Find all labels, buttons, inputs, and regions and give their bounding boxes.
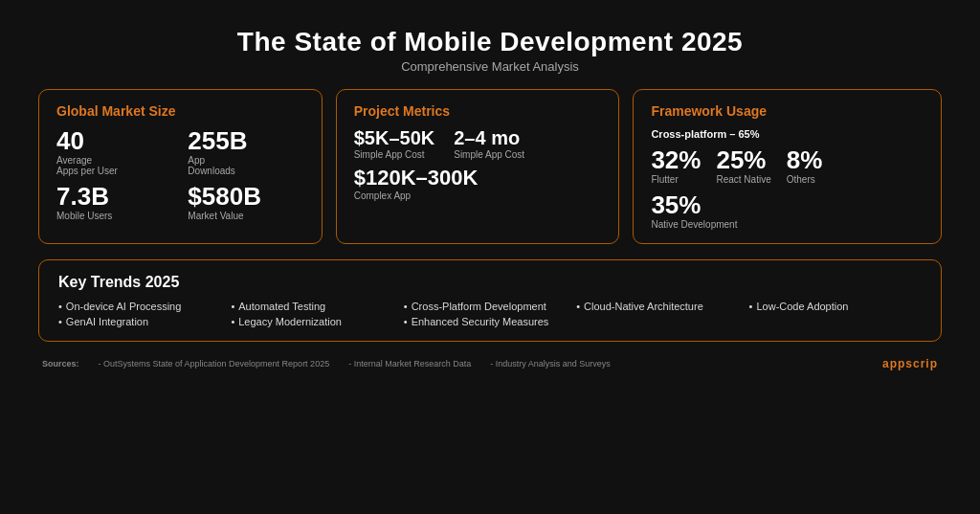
- proj-simple-cost: $5K–50K Simple App Cost: [354, 128, 435, 160]
- source-2: - Internal Market Research Data: [348, 359, 471, 369]
- framework-card: Framework Usage Cross-platform – 65% 32%…: [633, 89, 942, 244]
- trend-legacy: • Legacy Modernization: [231, 316, 403, 327]
- fw-react-native-big: 25%: [716, 147, 770, 172]
- metric-downloads-label: AppDownloads: [188, 155, 303, 176]
- market-grid: 40 AverageApps per User 255B AppDownload…: [56, 128, 304, 221]
- trend-dot-2: •: [231, 301, 234, 312]
- trend-dot-4: •: [576, 301, 580, 312]
- trend-automated-testing: • Automated Testing: [231, 301, 403, 312]
- page-wrapper: The State of Mobile Development 2025 Com…: [0, 0, 980, 514]
- trend-low-code: • Low-Code Adoption: [749, 301, 922, 312]
- fw-others: 8% Others: [787, 147, 823, 185]
- metric-users-label: Mobile Users: [56, 211, 172, 221]
- market-card-title: Global Market Size: [56, 103, 304, 119]
- trend-label-2: Automated Testing: [238, 301, 325, 312]
- brand: appscrip: [882, 357, 938, 370]
- brand-accent: scrip: [905, 357, 938, 370]
- project-simple-row: $5K–50K Simple App Cost 2–4 mo Simple Ap…: [354, 128, 602, 160]
- top-cards: Global Market Size 40 AverageApps per Us…: [38, 89, 942, 244]
- trend-label-4: Cloud-Native Architecture: [584, 301, 703, 312]
- trend-cloud-native: • Cloud-Native Architecture: [576, 301, 748, 312]
- trend-dot-8: •: [404, 316, 408, 327]
- trend-dot-6: •: [58, 316, 62, 327]
- sources-label: Sources:: [42, 359, 79, 369]
- trend-label-6: GenAI Integration: [66, 316, 148, 327]
- proj-simple-time: 2–4 mo Simple App Cost: [454, 128, 524, 160]
- trend-label-1: On-device AI Processing: [66, 301, 181, 312]
- trend-dot-5: •: [749, 301, 753, 312]
- project-card-title: Project Metrics: [354, 103, 602, 119]
- trend-on-device-ai: • On-device AI Processing: [58, 301, 231, 312]
- framework-cross-platform: Cross-platform – 65%: [651, 128, 924, 140]
- metric-value-label: Market Value: [188, 211, 303, 221]
- fw-native: 35% Native Development: [651, 192, 924, 230]
- page-title: The State of Mobile Development 2025: [38, 27, 942, 57]
- market-card: Global Market Size 40 AverageApps per Us…: [38, 89, 323, 244]
- proj-complex-cost: $120K–300K Complex App: [354, 168, 602, 201]
- proj-simple-time-big: 2–4 mo: [454, 128, 524, 147]
- fw-others-big: 8%: [787, 147, 823, 172]
- trend-label-8: Enhanced Security Measures: [412, 316, 549, 327]
- trend-dot-1: •: [58, 301, 62, 312]
- project-card: Project Metrics $5K–50K Simple App Cost …: [336, 89, 620, 244]
- metric-downloads: 255B AppDownloads: [188, 128, 303, 176]
- header: The State of Mobile Development 2025 Com…: [38, 27, 942, 74]
- fw-others-label: Others: [787, 174, 823, 185]
- trends-card: Key Trends 2025 • On-device AI Processin…: [38, 259, 942, 342]
- metric-apps-big: 40: [56, 128, 172, 153]
- trend-dot-7: •: [231, 316, 234, 327]
- proj-simple-cost-label: Simple App Cost: [354, 149, 435, 160]
- metric-value-big: $580B: [188, 184, 303, 209]
- page-subtitle: Comprehensive Market Analysis: [38, 59, 942, 74]
- metric-users: 7.3B Mobile Users: [56, 184, 172, 221]
- trend-dot-3: •: [404, 301, 408, 312]
- metric-downloads-big: 255B: [188, 128, 303, 153]
- trend-security: • Enhanced Security Measures: [404, 316, 576, 327]
- trends-grid: • On-device AI Processing • Automated Te…: [58, 301, 922, 327]
- source-3: - Industry Analysis and Surveys: [490, 359, 611, 369]
- metric-apps-label: AverageApps per User: [56, 155, 172, 176]
- metric-value: $580B Market Value: [188, 184, 303, 221]
- trend-label-3: Cross-Platform Development: [412, 301, 546, 312]
- source-1: - OutSystems State of Application Develo…: [99, 359, 330, 369]
- brand-text: app: [882, 357, 905, 370]
- fw-native-big: 35%: [651, 192, 924, 217]
- proj-simple-cost-big: $5K–50K: [354, 128, 435, 147]
- framework-top-row: 32% Flutter 25% React Native 8% Others: [651, 147, 924, 185]
- trend-label-5: Low-Code Adoption: [756, 301, 848, 312]
- proj-complex-cost-big: $120K–300K: [354, 168, 602, 189]
- trend-genai: • GenAI Integration: [58, 316, 231, 327]
- fw-flutter-label: Flutter: [651, 174, 701, 185]
- fw-react-native-label: React Native: [716, 174, 770, 185]
- metric-apps-per-user: 40 AverageApps per User: [56, 128, 172, 176]
- proj-simple-time-label: Simple App Cost: [454, 149, 524, 160]
- trend-cross-platform: • Cross-Platform Development: [404, 301, 576, 312]
- fw-react-native: 25% React Native: [716, 147, 770, 185]
- trends-title: Key Trends 2025: [58, 274, 922, 291]
- sources: Sources: - OutSystems State of Applicati…: [42, 359, 611, 369]
- fw-flutter: 32% Flutter: [651, 147, 701, 185]
- fw-native-label: Native Development: [651, 219, 924, 230]
- footer: Sources: - OutSystems State of Applicati…: [38, 357, 942, 370]
- framework-card-title: Framework Usage: [651, 103, 924, 119]
- metric-users-big: 7.3B: [56, 184, 172, 209]
- proj-complex-cost-label: Complex App: [354, 190, 602, 201]
- trend-label-7: Legacy Modernization: [238, 316, 342, 327]
- fw-flutter-big: 32%: [651, 147, 701, 172]
